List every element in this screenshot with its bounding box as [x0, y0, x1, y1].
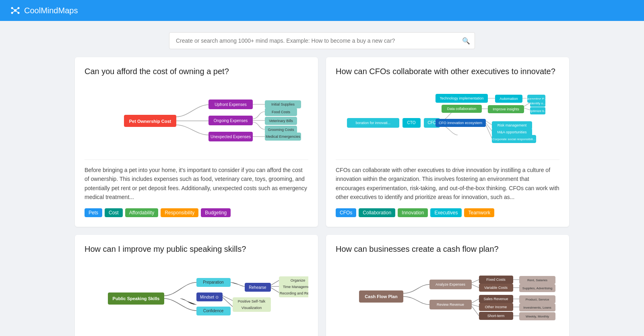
svg-text:Improve insights: Improve insights	[493, 107, 519, 111]
svg-text:CFO innovation ecosystem: CFO innovation ecosystem	[439, 121, 482, 125]
svg-text:CFO: CFO	[427, 120, 436, 125]
svg-text:Product, Service: Product, Service	[526, 298, 549, 301]
svg-line-7	[12, 10, 15, 13]
svg-text:Veterinary Bills: Veterinary Bills	[269, 119, 293, 123]
svg-text:Mindset ⊙: Mindset ⊙	[200, 295, 219, 299]
mindmap-cashflow: Cash Flow Plan Analyze Expenses Fixed Co…	[336, 260, 559, 331]
svg-text:Preparation: Preparation	[203, 280, 224, 284]
tag-cost[interactable]: Cost	[105, 208, 123, 217]
svg-text:Short-term: Short-term	[487, 314, 505, 318]
svg-text:Analyze Expenses: Analyze Expenses	[436, 282, 466, 286]
svg-text:Supplies, Advertising: Supplies, Advertising	[522, 286, 552, 290]
card-cfo[interactable]: How can CFOs collaborate with other exec…	[326, 57, 569, 227]
svg-text:Food Costs: Food Costs	[272, 110, 291, 114]
svg-text:Initial Supplies: Initial Supplies	[271, 102, 295, 106]
svg-text:Identify o...: Identify o...	[530, 102, 545, 105]
logo-text: CoolMindMaps	[24, 6, 78, 15]
logo-icon	[10, 5, 21, 16]
svg-text:Public Speaking Skills: Public Speaking Skills	[113, 296, 160, 301]
card-pet-ownership[interactable]: Can you afford the cost of owning a pet?…	[75, 57, 318, 227]
search-wrapper: 🔍	[169, 32, 475, 49]
card-desc-cfo: CFOs can collaborate with other executiv…	[336, 160, 559, 202]
search-input[interactable]	[169, 32, 475, 49]
tag-teamwork[interactable]: Teamwork	[464, 208, 494, 217]
svg-text:Visualization: Visualization	[242, 306, 262, 310]
svg-text:Automation: Automation	[500, 97, 518, 101]
svg-text:Grooming Costs: Grooming Costs	[268, 128, 294, 132]
svg-text:Organize: Organize	[291, 278, 305, 282]
svg-text:Weekly, Monthly: Weekly, Monthly	[526, 315, 549, 318]
svg-text:Rent, Salaries: Rent, Salaries	[527, 278, 547, 282]
logo[interactable]: CoolMindMaps	[10, 5, 78, 16]
svg-text:M&A opportunities: M&A opportunities	[497, 130, 527, 134]
card-cash-flow[interactable]: How can businesses create a cash flow pl…	[326, 235, 569, 336]
svg-text:Ongoing Expenses: Ongoing Expenses	[214, 118, 248, 123]
card-tags-cfo: CFOs Collaboration Innovation Executives…	[336, 208, 559, 217]
svg-text:Confidence: Confidence	[203, 309, 224, 313]
svg-text:Review Revenue: Review Revenue	[437, 303, 464, 307]
search-section: 🔍	[0, 21, 644, 57]
svg-text:Corporate social responsibili.: Corporate social responsibili...	[492, 137, 535, 141]
svg-line-8	[15, 10, 19, 13]
tag-cfos[interactable]: CFOs	[336, 208, 356, 217]
card-title-pet: Can you afford the cost of owning a pet?	[85, 67, 308, 76]
tag-collaboration[interactable]: Collaboration	[359, 208, 395, 217]
mindmap-cfo: boration for innovati... CTO CFO Technol…	[336, 83, 559, 153]
svg-text:Optimize b...: Optimize b...	[529, 109, 547, 113]
svg-text:Upfront Expenses: Upfront Expenses	[215, 102, 247, 107]
svg-text:boration for innovati...: boration for innovati...	[356, 121, 391, 125]
card-title-speaking: How can I improve my public speaking ski…	[85, 245, 308, 254]
svg-text:Time Management: Time Management	[283, 285, 308, 289]
app-header: CoolMindMaps	[0, 0, 644, 21]
svg-text:Investments, Loans: Investments, Loans	[523, 306, 551, 309]
mindmap-speaking: Public Speaking Skills Preparation Rehea…	[85, 260, 308, 331]
svg-text:Sales Revenue: Sales Revenue	[483, 297, 508, 301]
svg-text:Risk management: Risk management	[497, 123, 527, 127]
svg-text:Technology implementation: Technology implementation	[440, 96, 483, 100]
svg-text:Fixed Costs: Fixed Costs	[486, 278, 506, 282]
svg-text:Pet Ownership Cost: Pet Ownership Cost	[129, 119, 171, 124]
card-tags-pet: Pets Cost Affordability Responsibility B…	[85, 208, 308, 217]
svg-text:Other Income: Other Income	[485, 305, 507, 309]
mindmap-pet: Pet Ownership Cost Upfront Expenses Init…	[85, 83, 308, 153]
svg-line-5	[12, 8, 15, 10]
card-desc-pet: Before bringing a pet into your home, it…	[85, 160, 308, 202]
svg-text:Data collaboration: Data collaboration	[447, 107, 477, 111]
tag-budgeting[interactable]: Budgeting	[201, 208, 231, 217]
svg-line-6	[15, 8, 19, 10]
card-public-speaking[interactable]: How can I improve my public speaking ski…	[75, 235, 318, 336]
svg-text:Rehearse: Rehearse	[249, 285, 266, 290]
svg-text:Positive Self-Talk: Positive Self-Talk	[238, 299, 266, 303]
tag-executives[interactable]: Executives	[430, 208, 462, 217]
tag-pets[interactable]: Pets	[85, 208, 102, 217]
cards-grid: Can you afford the cost of owning a pet?…	[68, 57, 576, 336]
svg-text:Variable Costs: Variable Costs	[484, 286, 508, 290]
search-icon: 🔍	[462, 37, 470, 45]
svg-text:Recording and Review: Recording and Review	[280, 291, 308, 295]
svg-text:CTO: CTO	[407, 120, 416, 125]
card-title-cfo: How can CFOs collaborate with other exec…	[336, 67, 559, 76]
card-title-cashflow: How can businesses create a cash flow pl…	[336, 245, 559, 254]
tag-innovation[interactable]: Innovation	[398, 208, 428, 217]
svg-text:Cash Flow Plan: Cash Flow Plan	[365, 294, 398, 299]
svg-text:Unexpected Expenses: Unexpected Expenses	[211, 135, 251, 139]
svg-text:Medical Emergencies: Medical Emergencies	[266, 135, 301, 139]
tag-affordability[interactable]: Affordability	[125, 208, 158, 217]
tag-responsibility[interactable]: Responsibility	[161, 208, 198, 217]
